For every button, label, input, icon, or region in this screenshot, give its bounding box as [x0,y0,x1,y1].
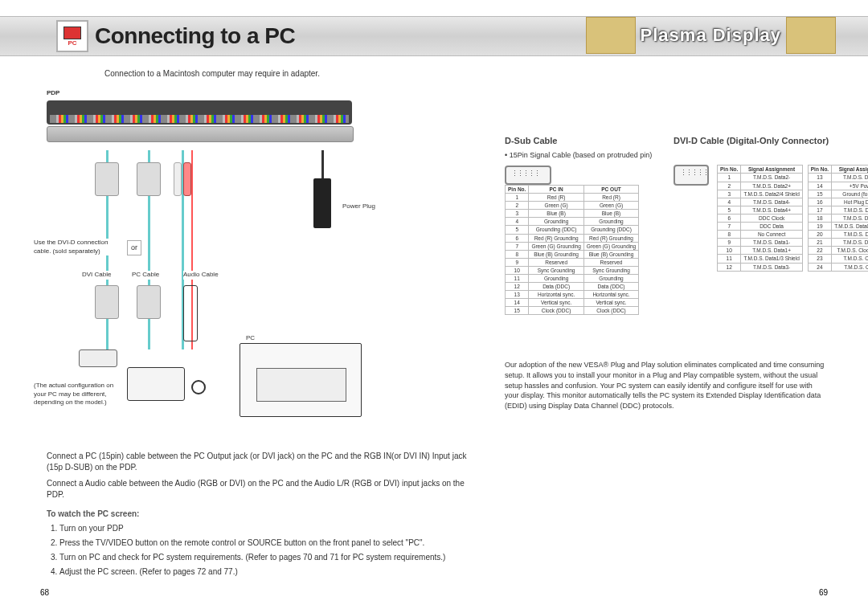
cell: 20 [808,231,831,239]
cell: T.M.D.S. Data5- [832,231,868,239]
dsub-connector-icon [505,166,551,185]
page-subtitle: Connection to a Macintosh computer may r… [104,69,320,78]
cell: 1 [718,174,741,182]
step-3: Turn on PC and check for PC system requi… [59,552,473,563]
table-row: 2T.M.D.S. Data2+ [718,182,803,190]
dvid-pin-table-left: Pin No. Signal Assignment 1T.M.D.S. Data… [717,165,803,271]
cell: 8 [506,250,529,258]
cell: T.M.D.S. Data4- [741,198,802,206]
table-row: 16Hot Plug Detect [808,198,868,206]
cell: T.M.D.S. Data1/3 Shield [741,255,802,263]
cell: Reserved [583,258,638,266]
cell: T.M.D.S. Clock Shield [832,247,868,255]
audio-port-icon [191,380,206,394]
table-row: 1Red (R)Red (R) [506,194,639,202]
audio-jack-bottom [183,285,198,341]
cell: Hot Plug Detect [832,198,868,206]
power-plug-label: Power Plug [342,202,375,210]
steps-heading: To watch the PC screen: [47,509,473,520]
cell: 2 [506,202,529,210]
page-number-right: 69 [819,588,828,597]
left-column: PDP Power Plug Use the DV [47,88,473,581]
th: Pin No. [506,185,529,193]
cell: 11 [718,255,741,263]
table-row: 18T.M.D.S. Data0+ [808,214,868,222]
cell: Clock (DDC) [529,307,583,315]
pdp-panel-illustration [47,100,352,125]
table-row: 22T.M.D.S. Clock Shield [808,247,868,255]
cell: 4 [506,218,529,226]
dvid-pin-table-right: Pin No. Signal Assignment 13T.M.D.S. Dat… [808,165,868,271]
pc-cable-label: PC Cable [132,271,159,279]
cell: T.M.D.S. Data5+ [832,239,868,247]
table-row: 14Vertical sync.Vertical sync. [506,299,639,307]
cell: Green (G) Grounding [583,242,638,250]
table-row: 11GroundingGrounding [506,275,639,283]
table-row: 1T.M.D.S. Data2- [718,174,803,182]
cell: 16 [808,198,831,206]
th: Pin No. [808,166,831,174]
cell: Data (DDC) [583,283,638,291]
cell: 10 [506,266,529,274]
or-separator: or [127,240,141,255]
dsub-section: D-Sub Cable • 15Pin Signal Cable (based … [505,135,657,328]
cell: 17 [808,206,831,214]
para-b: Connect a Audio cable between the Audio … [47,478,473,501]
dvi-connector-top [95,162,119,196]
audio-jacks-top [174,162,191,196]
cell: Grounding [583,218,638,226]
pc-label: PC [246,333,255,342]
th: PC OUT [583,185,638,193]
cell: T.M.D.S. Data0/5 Shield [832,223,868,231]
manual-page: PC Connecting to a PC Connection to a Ma… [0,0,868,613]
cell: 5 [506,226,529,234]
pc-icon-label: PC [68,39,76,47]
cell: 12 [718,263,741,271]
cell: Grounding [583,275,638,283]
cell: T.M.D.S. Data1+ [741,247,802,255]
cell: Sync Grounding [529,266,583,274]
cell: 15 [506,307,529,315]
table-row: 6DDC Clock [718,214,803,222]
cell: 6 [718,214,741,222]
power-plug-icon [313,178,331,228]
table-row: 15Ground (for +5V) [808,190,868,198]
table-row: 6Red (R) GroundingRed (R) Grounding [506,234,639,242]
table-row: 10Sync GroundingSync Grounding [506,266,639,274]
cell: 10 [718,247,741,255]
table-row: 8No Connect [718,231,803,239]
step-2: Press the TV/VIDEO button on the remote … [59,537,473,549]
cell: Horizontal sync. [583,291,638,299]
dsub-pin-table: Pin No. PC IN PC OUT 1Red (R)Red (R)2Gre… [505,185,639,316]
cell: 13 [808,174,831,182]
cell: 7 [718,223,741,231]
steps-list: Turn on your PDP Press the TV/VIDEO butt… [48,523,473,578]
cell: T.M.D.S. Data2+ [741,182,802,190]
dsub-bullet: • 15Pin Signal Cable (based on protruded… [505,150,657,161]
dsub-heading: D-Sub Cable [505,135,657,147]
instruction-block: Connect a PC (15pin) cable between the P… [47,451,473,578]
monitor-icon [63,27,81,39]
dvid-section: DVI-D Cable (Digital-Only Connector) Pin… [674,135,868,328]
right-column: D-Sub Cable • 15Pin Signal Cable (based … [505,135,826,411]
cell: T.M.D.S. Clock+ [832,255,868,263]
cell: Vertical sync. [583,299,638,307]
table-row: 14+5V Power [808,182,868,190]
cell: 23 [808,255,831,263]
cell: Sync Grounding [583,266,638,274]
cell: 9 [506,258,529,266]
cell: Horizontal sync. [529,291,583,299]
cell: Red (R) Grounding [529,234,583,242]
cell: 18 [808,214,831,222]
cell: 3 [506,210,529,218]
cell: 19 [808,223,831,231]
cell: +5V Power [832,182,868,190]
cell: T.M.D.S. Data3- [741,263,802,271]
cell: Red (R) [529,194,583,202]
ports-row-icon [50,115,349,123]
cell: DDC Clock [741,214,802,222]
table-row: 12Data (DDC)Data (DDC) [506,283,639,291]
cell: 14 [808,182,831,190]
dvi-note: Use the DVI-D connection cable. (sold se… [34,239,122,255]
cell: 6 [506,234,529,242]
